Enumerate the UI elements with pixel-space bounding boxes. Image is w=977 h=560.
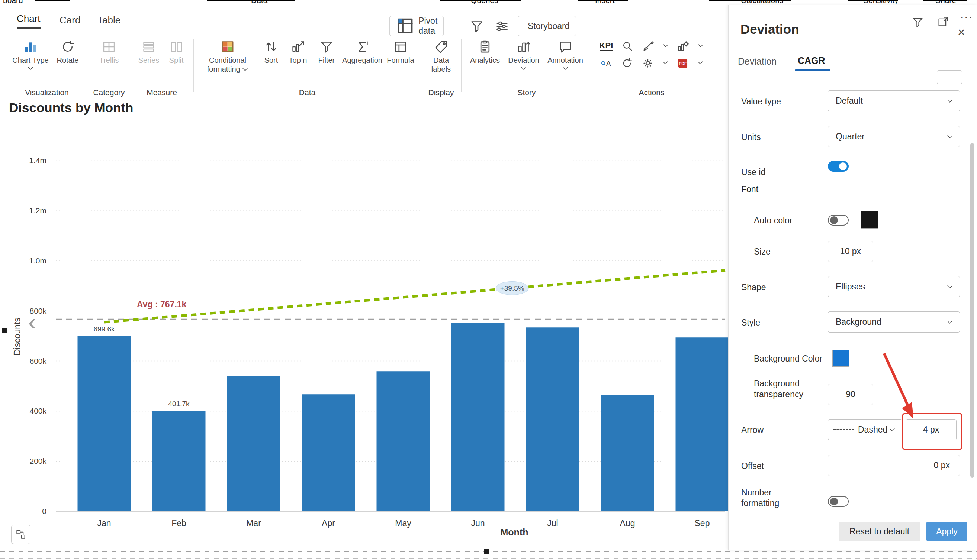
- kpi-button[interactable]: KPI: [599, 41, 613, 51]
- conditional-formatting-icon: [220, 39, 236, 55]
- bar-Jul[interactable]: [526, 327, 579, 511]
- bar-Mar[interactable]: [227, 376, 280, 511]
- selection-handle-left[interactable]: [2, 328, 7, 333]
- sliders-icon[interactable]: [495, 19, 510, 34]
- rotate-label: Rotate: [57, 56, 79, 65]
- sort-button[interactable]: Sort: [258, 38, 284, 65]
- carousel-left-chevron[interactable]: ‹: [28, 311, 36, 333]
- bar-May[interactable]: [377, 371, 430, 511]
- units-dropdown[interactable]: Quarter: [828, 126, 960, 147]
- chevron-down-icon: [945, 318, 954, 327]
- flow-icon: [15, 529, 27, 540]
- font-color-icon[interactable]: A: [600, 57, 612, 70]
- use-id-toggle[interactable]: [828, 161, 849, 172]
- data-labels-button[interactable]: Data labels: [425, 38, 457, 73]
- apply-button[interactable]: Apply: [927, 522, 967, 541]
- number-formatting-toggle[interactable]: [828, 496, 849, 507]
- bar-Feb[interactable]: [152, 411, 206, 511]
- aggregation-button[interactable]: Aggregation: [341, 38, 383, 65]
- panel-tab-cagr[interactable]: CAGR: [798, 55, 825, 66]
- reset-to-default-button[interactable]: Reset to default: [839, 522, 920, 541]
- arrow-style-dropdown[interactable]: Dashed: [828, 419, 902, 440]
- top-n-button[interactable]: Top n: [284, 38, 312, 65]
- bar-value-label: 401.7k: [168, 400, 190, 408]
- split-button: Split: [163, 38, 189, 65]
- ribbon-separator: [461, 39, 462, 92]
- annotation-label: Annotation: [547, 56, 583, 65]
- filter-funnel-icon[interactable]: [469, 19, 484, 34]
- ribbon-tab-dashboard[interactable]: board: [3, 0, 23, 5]
- active-tab-underline: [795, 70, 830, 71]
- chevron-down-icon[interactable]: [663, 43, 669, 49]
- bar-Apr[interactable]: [302, 394, 355, 511]
- chevron-down-icon[interactable]: [662, 60, 668, 67]
- trend-label: +39.5%: [500, 284, 524, 292]
- brush-icon[interactable]: [642, 40, 654, 52]
- titlebar-fragment: [440, 0, 522, 2]
- arrow-size-input[interactable]: 4 px: [906, 419, 957, 440]
- deviation-label: Deviation: [508, 56, 539, 65]
- offset-input[interactable]: 0 px: [828, 455, 960, 476]
- filter-label: Filter: [318, 56, 335, 65]
- window-tab-strip: board Data Queries Insert Calculations S…: [0, 0, 977, 5]
- chevron-down-icon[interactable]: [242, 65, 248, 73]
- chevron-down-icon[interactable]: [521, 65, 527, 72]
- background-color-swatch[interactable]: [832, 350, 850, 367]
- filter-icon: [319, 39, 335, 55]
- chevron-down-icon[interactable]: [562, 65, 568, 72]
- toggle-knob: [830, 216, 838, 224]
- chart-options-mini-button[interactable]: [11, 525, 30, 544]
- ribbon-separator: [592, 39, 592, 92]
- panel-tab-deviation[interactable]: Deviation: [738, 56, 776, 67]
- panel-scrollbar-thumb[interactable]: [970, 143, 974, 478]
- pivot-data-button[interactable]: Pivot data: [390, 16, 444, 36]
- chevron-down-icon[interactable]: [698, 43, 704, 49]
- pdf-export-icon[interactable]: PDF: [676, 57, 689, 70]
- shape-dropdown[interactable]: Ellipses: [828, 276, 960, 297]
- chart-settings-icon[interactable]: [677, 40, 689, 52]
- deviation-button[interactable]: Deviation: [504, 38, 544, 72]
- bar-Aug[interactable]: [601, 395, 654, 511]
- selection-handle-bottom[interactable]: [484, 549, 489, 554]
- bar-Jun[interactable]: [452, 323, 505, 511]
- panel-filter-icon[interactable]: [912, 16, 924, 30]
- series-button: Series: [134, 38, 163, 65]
- font-color-swatch[interactable]: [861, 211, 878, 228]
- tab-table[interactable]: Table: [97, 15, 120, 29]
- y-tick-label: 0: [42, 507, 47, 515]
- use-id-label: Use id: [741, 167, 765, 178]
- more-options-icon[interactable]: ···: [960, 10, 972, 23]
- rotate-button[interactable]: Rotate: [51, 38, 84, 65]
- analytics-button[interactable]: Analytics: [466, 38, 504, 65]
- chart-type-button[interactable]: Chart Type: [10, 38, 51, 72]
- conditional-formatting-button[interactable]: Conditional formatting: [197, 38, 258, 73]
- auto-color-toggle[interactable]: [828, 215, 849, 225]
- tab-card[interactable]: Card: [60, 15, 80, 29]
- refresh-icon[interactable]: [621, 57, 633, 70]
- filter-button[interactable]: Filter: [312, 38, 341, 65]
- partially-scrolled-control[interactable]: [937, 70, 962, 84]
- gear-icon[interactable]: [642, 57, 654, 70]
- bar-Jan[interactable]: [78, 336, 131, 511]
- group-measure: Series Split Measure: [134, 38, 190, 97]
- tab-chart[interactable]: Chart: [17, 13, 40, 29]
- formula-button[interactable]: Formula: [383, 38, 418, 65]
- shape-label: Shape: [741, 282, 766, 293]
- panel-expand-icon[interactable]: [937, 15, 950, 29]
- bar-chart[interactable]: 0200k400k600k800k1.0m1.2m1.4mJan699.6kFe…: [0, 97, 728, 554]
- storyboard-button[interactable]: Storyboard: [518, 16, 576, 36]
- annotation-button[interactable]: Annotation: [544, 38, 587, 72]
- chevron-down-icon[interactable]: [697, 60, 703, 67]
- style-dropdown[interactable]: Background: [828, 312, 960, 333]
- font-section-label: Font: [741, 184, 758, 195]
- search-icon[interactable]: [621, 40, 634, 52]
- chevron-down-icon[interactable]: [27, 65, 33, 72]
- bar-Sep[interactable]: [676, 337, 729, 511]
- group-label-data: Data: [197, 88, 417, 97]
- style-label: Style: [741, 317, 760, 328]
- background-transparency-input[interactable]: 90: [828, 384, 873, 405]
- close-icon[interactable]: ×: [958, 26, 965, 38]
- units-label: Units: [741, 132, 761, 143]
- value-type-dropdown[interactable]: Default: [828, 90, 960, 112]
- font-size-input[interactable]: 10 px: [828, 241, 873, 262]
